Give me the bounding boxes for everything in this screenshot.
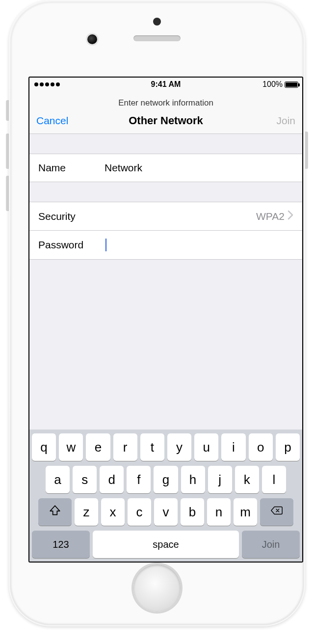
key-w[interactable]: w	[59, 433, 83, 461]
nav-subtitle: Enter network information	[29, 91, 302, 109]
cancel-button[interactable]: Cancel	[36, 115, 68, 127]
key-i[interactable]: i	[221, 433, 245, 461]
key-z[interactable]: z	[75, 498, 98, 526]
key-b[interactable]: b	[181, 498, 204, 526]
key-v[interactable]: v	[154, 498, 178, 526]
network-name-input[interactable]	[105, 162, 293, 174]
key-q[interactable]: q	[32, 433, 56, 461]
key-y[interactable]: y	[167, 433, 191, 461]
key-t[interactable]: t	[140, 433, 164, 461]
key-c[interactable]: c	[128, 498, 151, 526]
key-numbers[interactable]: 123	[32, 531, 90, 558]
security-value: WPA2	[105, 211, 288, 222]
key-d[interactable]: d	[100, 466, 124, 493]
backspace-icon	[270, 504, 283, 520]
front-camera	[87, 34, 97, 44]
key-h[interactable]: h	[181, 466, 205, 493]
keyboard-row-3: z x c v b n m	[32, 498, 300, 526]
keyboard-row-2: a s d f g h j k l	[32, 466, 300, 493]
keyboard-row-1: q w e r t y u i o p	[32, 433, 300, 461]
battery-percent-label: 100%	[262, 80, 283, 89]
key-r[interactable]: r	[113, 433, 137, 461]
status-time: 9:41 AM	[29, 80, 302, 89]
shift-icon	[49, 504, 61, 520]
key-p[interactable]: p	[276, 433, 300, 461]
status-bar: 9:41 AM 100%	[29, 78, 302, 91]
network-name-row[interactable]: Name	[29, 154, 302, 182]
password-input[interactable]	[106, 239, 293, 251]
screen: 9:41 AM 100% Enter network information C…	[28, 77, 303, 563]
password-label: Password	[38, 239, 105, 251]
key-o[interactable]: o	[249, 433, 273, 461]
key-space[interactable]: space	[93, 531, 239, 558]
join-button[interactable]: Join	[276, 115, 295, 127]
key-m[interactable]: m	[234, 498, 257, 526]
key-f[interactable]: f	[127, 466, 151, 493]
key-shift[interactable]	[38, 498, 72, 526]
key-u[interactable]: u	[194, 433, 218, 461]
key-a[interactable]: a	[46, 466, 70, 493]
name-label: Name	[38, 162, 105, 174]
security-label: Security	[38, 211, 105, 222]
key-n[interactable]: n	[207, 498, 231, 526]
battery-icon	[285, 81, 298, 88]
key-g[interactable]: g	[154, 466, 178, 493]
key-j[interactable]: j	[208, 466, 232, 493]
key-l[interactable]: l	[262, 466, 286, 493]
key-s[interactable]: s	[73, 466, 97, 493]
security-row[interactable]: Security WPA2	[29, 202, 302, 231]
keyboard: q w e r t y u i o p a s d f g h	[29, 429, 302, 562]
nav-title: Other Network	[29, 114, 302, 127]
proximity-sensor	[153, 18, 161, 26]
keyboard-row-4: 123 space Join	[32, 531, 300, 558]
key-backspace[interactable]	[260, 498, 293, 526]
chevron-right-icon	[288, 210, 293, 222]
home-button[interactable]	[133, 564, 181, 612]
key-x[interactable]: x	[101, 498, 125, 526]
earpiece-speaker	[133, 35, 181, 41]
key-return[interactable]: Join	[242, 531, 300, 558]
key-e[interactable]: e	[86, 433, 110, 461]
key-k[interactable]: k	[235, 466, 259, 493]
password-row[interactable]: Password	[29, 231, 302, 260]
